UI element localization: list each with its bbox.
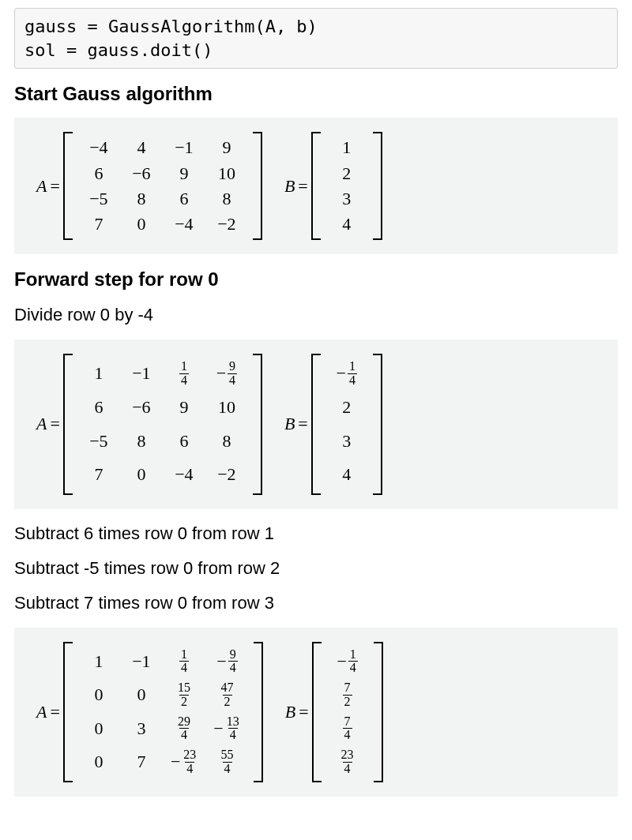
- matrix-cell: 1: [77, 649, 120, 674]
- heading-start: Start Gauss algorithm: [14, 83, 618, 105]
- matrix-cell: 0: [77, 749, 120, 774]
- label-B: B: [285, 702, 297, 722]
- matrix-cell: 0: [120, 682, 163, 707]
- matrix-cell: 94: [205, 357, 248, 391]
- matrix-cell: 7: [120, 749, 163, 774]
- matrix-cell: −1: [163, 135, 205, 160]
- matrix-cell: 14: [163, 645, 205, 679]
- matrix-cell: −4: [163, 462, 205, 487]
- matrix-cell: 74: [326, 712, 369, 746]
- matrix-cell: 94: [206, 645, 249, 679]
- matrix-cell: 8: [120, 186, 163, 212]
- equals-sign: =: [48, 702, 62, 722]
- matrix-cell: 3: [325, 429, 368, 454]
- matrix-cell: 472: [206, 678, 249, 712]
- matrix-cell: 0: [77, 716, 120, 741]
- matrix-cell: 10: [205, 395, 248, 420]
- matrix-cell: 14: [325, 357, 368, 391]
- matrix-display-2: A = 1−114946−6910−586870−4−2 B = 14234: [14, 339, 618, 508]
- step-subtract-row1: Subtract 6 times row 0 from row 1: [14, 523, 618, 544]
- notebook-output: gauss = GaussAlgorithm(A, b) sol = gauss…: [0, 0, 632, 827]
- matrix-cell: 2: [325, 161, 368, 186]
- matrix-cell: 152: [163, 678, 205, 712]
- matrix-cell: 8: [205, 429, 248, 454]
- matrix-cell: −1: [120, 649, 163, 674]
- equals-sign: =: [297, 702, 311, 722]
- label-B: B: [284, 176, 296, 197]
- matrix-cell: 4: [120, 135, 163, 160]
- matrix-cell: 6: [163, 186, 205, 212]
- matrix-cell: −4: [163, 212, 205, 237]
- matrix-cell: 6: [163, 429, 205, 454]
- step-divide-row0: Divide row 0 by -4: [14, 305, 618, 325]
- matrix-cell: 14: [163, 357, 205, 391]
- matrix-cell: 3: [120, 716, 163, 741]
- equals-sign: =: [296, 414, 310, 434]
- label-A: A: [36, 176, 48, 197]
- matrix-cell: 3: [325, 186, 368, 212]
- matrix-cell: 1: [325, 135, 368, 160]
- matrix-cell: 1: [77, 361, 120, 386]
- heading-forward-0: Forward step for row 0: [14, 268, 618, 291]
- matrix-cell: 7: [77, 212, 120, 237]
- label-B: B: [284, 414, 296, 434]
- matrix-cell: 234: [326, 745, 369, 779]
- matrix-cell: 4: [325, 212, 368, 237]
- matrix-cell: 72: [326, 678, 369, 712]
- matrix-cell: 9: [163, 161, 205, 186]
- label-A: A: [36, 702, 48, 722]
- matrix-cell: −1: [120, 361, 163, 386]
- matrix-A-3: 1−11494001524720329413407234554: [63, 642, 263, 782]
- matrix-cell: 6: [77, 395, 120, 420]
- matrix-A-1: −44−196−6910−586870−4−2: [63, 132, 262, 240]
- equals-sign: =: [48, 176, 62, 197]
- matrix-cell: 8: [120, 429, 163, 454]
- matrix-display-3: A = 1−11494001524720329413407234554 B = …: [14, 628, 618, 797]
- matrix-cell: 4: [325, 462, 368, 487]
- matrix-cell: 9: [205, 135, 248, 160]
- matrix-cell: 554: [206, 745, 249, 779]
- equals-sign: =: [296, 176, 310, 197]
- matrix-cell: 0: [77, 682, 120, 707]
- matrix-cell: 10: [205, 161, 248, 186]
- matrix-B-2: 14234: [311, 354, 382, 494]
- matrix-cell: 294: [163, 712, 205, 746]
- matrix-cell: 7: [77, 462, 120, 487]
- matrix-cell: −6: [120, 161, 163, 186]
- matrix-cell: 0: [120, 212, 163, 237]
- matrix-cell: −6: [120, 395, 163, 420]
- step-subtract-row3: Subtract 7 times row 0 from row 3: [14, 593, 618, 613]
- matrix-cell: 2: [325, 395, 368, 420]
- matrix-A-2: 1−114946−6910−586870−4−2: [63, 354, 262, 494]
- matrix-cell: −2: [205, 462, 248, 487]
- matrix-cell: −5: [77, 186, 120, 212]
- matrix-cell: −4: [77, 135, 120, 160]
- equals-sign: =: [48, 414, 62, 434]
- matrix-cell: −5: [77, 429, 120, 454]
- matrix-display-1: A = −44−196−6910−586870−4−2 B = 1234: [14, 118, 618, 254]
- matrix-cell: 234: [163, 745, 205, 779]
- matrix-cell: −2: [205, 212, 248, 237]
- matrix-cell: 134: [205, 712, 248, 746]
- code-cell[interactable]: gauss = GaussAlgorithm(A, b) sol = gauss…: [14, 8, 618, 69]
- label-A: A: [36, 414, 48, 434]
- matrix-cell: 6: [77, 161, 120, 186]
- matrix-cell: 0: [120, 462, 163, 487]
- matrix-cell: 8: [205, 186, 248, 212]
- matrix-cell: 14: [326, 645, 369, 679]
- matrix-cell: 9: [163, 395, 205, 420]
- step-subtract-row2: Subtract -5 times row 0 from row 2: [14, 558, 618, 579]
- matrix-B-1: 1234: [311, 132, 382, 240]
- matrix-B-3: 147274234: [312, 642, 383, 782]
